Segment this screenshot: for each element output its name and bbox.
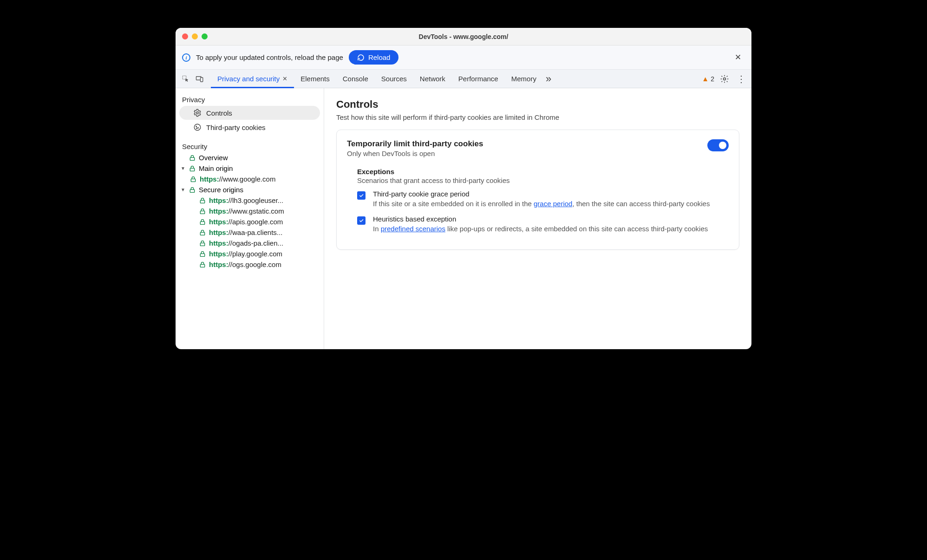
sidebar-item-label: Controls: [206, 109, 232, 117]
tab-elements[interactable]: Elements: [294, 70, 336, 88]
origin-item[interactable]: https://play.google.com: [176, 248, 324, 259]
limit-cookies-toggle[interactable]: [707, 139, 729, 151]
option-description: If this site or a site embedded on it is…: [373, 199, 710, 208]
page-title: Controls: [336, 98, 739, 111]
sidebar-heading-security: Security: [176, 139, 324, 152]
window-minimize-button[interactable]: [192, 33, 198, 39]
tab-label: Elements: [300, 75, 330, 83]
lock-icon: [199, 229, 206, 236]
svg-rect-13: [200, 200, 204, 203]
origin-url: https://www.gstatic.com: [209, 207, 284, 215]
svg-rect-15: [200, 221, 204, 224]
infobar-close-button[interactable]: ✕: [731, 51, 745, 64]
svg-rect-16: [200, 232, 204, 235]
sidebar-item-overview[interactable]: Overview: [176, 152, 324, 163]
tab-sources[interactable]: Sources: [375, 70, 413, 88]
limit-cookies-card: Temporarily limit third-party cookies On…: [336, 130, 739, 250]
sidebar-item-third-party-cookies[interactable]: Third-party cookies: [179, 120, 320, 134]
warning-icon: ▲: [702, 75, 709, 83]
origin-item[interactable]: https://waa-pa.clients...: [176, 227, 324, 238]
svg-point-8: [196, 128, 197, 129]
lock-icon: [199, 250, 206, 258]
chevron-down-icon[interactable]: ▼: [180, 187, 186, 192]
tree-main-origin[interactable]: ▼ Main origin: [176, 163, 324, 174]
option-title: Third-party cookie grace period: [373, 190, 710, 198]
tab-close-icon[interactable]: ✕: [282, 75, 287, 82]
option-description: In predefined scenarios like pop-ups or …: [373, 224, 708, 234]
tab-console[interactable]: Console: [336, 70, 375, 88]
origin-url: https://play.google.com: [209, 250, 282, 258]
window-title: DevTools - www.google.com/: [176, 33, 751, 40]
lock-icon: [199, 240, 206, 247]
origin-item[interactable]: https://www.google.com: [176, 174, 324, 184]
infobar-message: To apply your updated controls, reload t…: [196, 53, 343, 61]
inspect-element-icon[interactable]: [179, 72, 192, 85]
grace-period-checkbox[interactable]: [357, 191, 366, 200]
device-toggle-icon[interactable]: [193, 72, 206, 85]
tab-network[interactable]: Network: [413, 70, 452, 88]
panel-tabs: Privacy and security ✕ Elements Console …: [211, 70, 554, 88]
settings-button[interactable]: [720, 74, 729, 84]
main-panel: Controls Test how this site will perform…: [324, 88, 751, 349]
svg-rect-18: [200, 254, 204, 256]
lock-icon: [199, 218, 206, 226]
origin-item[interactable]: https://www.gstatic.com: [176, 206, 324, 216]
issues-badge[interactable]: ▲ 2: [702, 75, 714, 83]
svg-rect-11: [191, 179, 195, 182]
reload-button[interactable]: Reload: [349, 50, 399, 65]
lock-icon: [199, 261, 206, 268]
svg-rect-19: [200, 264, 204, 267]
origin-url: https://lh3.googleuser...: [209, 196, 283, 204]
more-options-button[interactable]: ⋮: [735, 73, 748, 85]
lock-icon: [189, 186, 196, 194]
tab-label: Performance: [458, 75, 498, 83]
warning-count: 2: [711, 75, 714, 83]
devtools-toolbar: Privacy and security ✕ Elements Console …: [176, 70, 751, 88]
lock-icon: [189, 176, 197, 183]
origin-url: https://waa-pa.clients...: [209, 228, 282, 236]
chevron-down-icon[interactable]: ▼: [180, 166, 186, 171]
grace-period-link[interactable]: grace period: [534, 200, 572, 208]
origin-item[interactable]: https://lh3.googleuser...: [176, 195, 324, 206]
origin-url: https://apis.google.com: [209, 218, 283, 226]
origin-item[interactable]: https://ogads-pa.clien...: [176, 238, 324, 248]
lock-icon: [189, 154, 196, 162]
traffic-lights: [176, 33, 208, 39]
more-tabs-button[interactable]: »: [543, 70, 554, 88]
secure-origins-label: Secure origins: [199, 186, 243, 194]
tree-secure-origins[interactable]: ▼ Secure origins: [176, 184, 324, 195]
option-heuristics: Heuristics based exception In predefined…: [357, 215, 729, 234]
window-zoom-button[interactable]: [202, 33, 208, 39]
svg-rect-9: [190, 157, 194, 160]
tab-label: Sources: [381, 75, 407, 83]
origin-item[interactable]: https://ogs.google.com: [176, 259, 324, 270]
svg-point-4: [196, 112, 199, 114]
tab-memory[interactable]: Memory: [505, 70, 543, 88]
cookie-icon: [193, 123, 202, 131]
origin-item[interactable]: https://apis.google.com: [176, 216, 324, 227]
svg-point-7: [198, 128, 199, 129]
page-subtitle: Test how this site will perform if third…: [336, 113, 739, 121]
predefined-scenarios-link[interactable]: predefined scenarios: [381, 225, 445, 233]
window-close-button[interactable]: [182, 33, 188, 39]
svg-rect-10: [190, 168, 194, 171]
gear-icon: [193, 109, 202, 117]
card-title: Temporarily limit third-party cookies: [347, 139, 483, 149]
svg-point-6: [196, 126, 197, 127]
heuristics-checkbox[interactable]: [357, 216, 366, 225]
reload-infobar: i To apply your updated controls, reload…: [176, 46, 751, 70]
card-subtitle: Only when DevTools is open: [347, 150, 483, 157]
lock-icon: [199, 197, 206, 204]
svg-rect-2: [201, 78, 203, 82]
overview-label: Overview: [199, 154, 228, 162]
lock-icon: [189, 165, 196, 172]
svg-rect-12: [190, 189, 194, 192]
tab-privacy-security[interactable]: Privacy and security ✕: [211, 70, 294, 88]
tab-performance[interactable]: Performance: [452, 70, 505, 88]
panel-body: Privacy Controls Third-party cookies Sec…: [176, 88, 751, 349]
tab-label: Memory: [511, 75, 536, 83]
tab-label: Network: [420, 75, 445, 83]
origin-url: https://ogads-pa.clien...: [209, 239, 283, 247]
sidebar-item-controls[interactable]: Controls: [179, 106, 320, 120]
exceptions-heading: Exceptions: [357, 168, 729, 176]
